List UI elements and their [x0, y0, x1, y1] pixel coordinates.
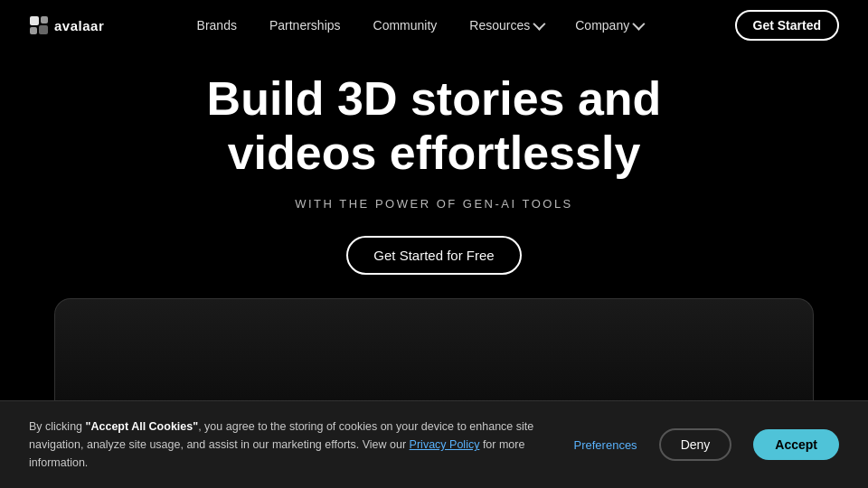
- nav-link-brands[interactable]: Brands: [197, 18, 237, 33]
- hero-title-line1: Build 3D stories and: [207, 72, 662, 125]
- nav-link-partnerships[interactable]: Partnerships: [269, 18, 341, 33]
- hero-title-line2: videos effortlessly: [228, 127, 641, 179]
- nav-get-started-button[interactable]: Get Started: [735, 10, 839, 41]
- cookie-deny-button[interactable]: Deny: [659, 428, 732, 461]
- svg-rect-1: [41, 16, 48, 23]
- cookie-accept-button[interactable]: Accept: [753, 429, 839, 460]
- hero-subtitle: WITH THE POWER OF GEN-AI TOOLS: [295, 197, 573, 211]
- svg-rect-3: [39, 25, 48, 34]
- preview-card: [54, 298, 814, 407]
- logo-icon: [29, 15, 49, 35]
- logo-link[interactable]: avalaar: [29, 15, 104, 35]
- hero-cta-button[interactable]: Get Started for Free: [346, 236, 521, 275]
- cookie-text: By clicking "Accept All Cookies", you ag…: [29, 418, 552, 472]
- logo-text: avalaar: [54, 18, 104, 33]
- navbar: avalaar Brands Partnerships Community Re…: [0, 0, 868, 51]
- nav-link-company-label: Company: [575, 18, 629, 33]
- svg-rect-0: [30, 16, 39, 25]
- nav-link-resources-label: Resources: [469, 18, 530, 33]
- cookie-privacy-link[interactable]: Privacy Policy: [410, 438, 480, 451]
- hero-title: Build 3D stories and videos effortlessly: [207, 72, 662, 181]
- chevron-down-icon-company: [633, 18, 646, 31]
- cookie-banner: By clicking "Accept All Cookies", you ag…: [0, 400, 868, 488]
- svg-rect-2: [30, 27, 37, 34]
- nav-link-resources[interactable]: Resources: [469, 18, 542, 33]
- cookie-preferences-link[interactable]: Preferences: [574, 438, 637, 452]
- chevron-down-icon: [533, 18, 546, 31]
- cookie-text-bold: "Accept All Cookies": [86, 420, 199, 433]
- nav-links: Brands Partnerships Community Resources …: [197, 18, 643, 33]
- nav-link-company[interactable]: Company: [575, 18, 642, 33]
- cookie-text-intro: By clicking: [29, 420, 86, 433]
- nav-link-community[interactable]: Community: [373, 18, 438, 33]
